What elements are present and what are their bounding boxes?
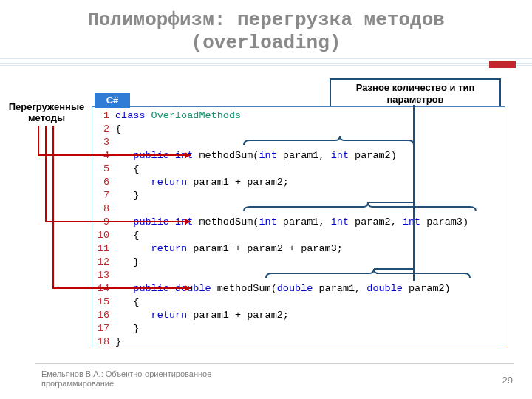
code-line: 10 { — [95, 229, 468, 242]
code-listing: 1class OverloadMethods2{34 public int me… — [95, 109, 468, 349]
code-token: double — [277, 283, 313, 294]
code-line: 14 public double methodSum(double param1… — [95, 282, 468, 296]
footer-line-1: Емельянов В.А.: Объектно-ориентированное — [41, 369, 211, 378]
code-token — [115, 243, 151, 254]
code-token: { — [115, 296, 139, 307]
code-line: 13 — [95, 269, 468, 282]
code-token: double — [366, 283, 403, 294]
code-line: 17 } — [95, 322, 468, 335]
code-token: int — [331, 216, 349, 228]
code-token: return — [151, 243, 188, 254]
line-number: 15 — [95, 296, 115, 309]
code-token: param2) — [349, 150, 397, 161]
line-number: 7 — [95, 189, 115, 202]
code-token: methodSum( — [193, 150, 259, 161]
line-number: 6 — [95, 176, 115, 189]
line-number: 10 — [95, 229, 115, 242]
code-token: { — [115, 123, 121, 134]
line-number: 5 — [95, 163, 115, 176]
code-token: } — [115, 256, 139, 267]
line-number: 1 — [95, 109, 115, 123]
line-number: 4 — [95, 149, 115, 163]
code-token: public int — [133, 150, 193, 161]
decorative-lines — [0, 58, 532, 66]
code-line: 15 { — [95, 296, 468, 309]
code-line: 12 } — [95, 256, 468, 269]
code-token — [115, 177, 151, 188]
code-line: 16 return param1 + param2; — [95, 309, 468, 322]
code-token: } — [115, 190, 139, 201]
code-token: param2) — [403, 283, 451, 294]
code-line: 7 } — [95, 189, 468, 202]
line-number: 2 — [95, 123, 115, 136]
code-token — [115, 216, 133, 228]
decorative-accent-block — [489, 61, 516, 68]
code-line: 4 public int methodSum(int param1, int p… — [95, 149, 468, 163]
code-line: 2{ — [95, 123, 468, 136]
code-token: public double — [133, 283, 211, 294]
code-token: } — [115, 336, 121, 347]
code-token: methodSum( — [211, 283, 277, 294]
code-line: 11 return param1 + param2 + param3; — [95, 242, 468, 256]
line-number: 12 — [95, 256, 115, 269]
code-line: 6 return param1 + param2; — [95, 176, 468, 189]
code-token: int — [403, 216, 420, 228]
callout-box: Разное количество и тип параметров — [330, 78, 501, 109]
line-number: 17 — [95, 322, 115, 335]
footer-divider — [35, 363, 514, 364]
code-token — [115, 283, 133, 294]
code-token — [115, 310, 151, 321]
code-token: int — [259, 150, 276, 161]
code-line: 1class OverloadMethods — [95, 109, 468, 123]
code-token: return — [151, 310, 188, 321]
code-token: class — [115, 110, 151, 121]
code-token: param1, — [313, 283, 366, 294]
code-token: param1 + param2 + param3; — [187, 243, 343, 254]
line-number: 3 — [95, 136, 115, 149]
code-line: 5 { — [95, 163, 468, 176]
code-line: 9 public int methodSum(int param1, int p… — [95, 216, 468, 229]
line-number: 9 — [95, 216, 115, 229]
code-token: param1, — [277, 216, 331, 228]
code-token — [115, 150, 133, 161]
code-language-badge: C# — [95, 93, 130, 108]
code-token: return — [151, 177, 188, 188]
code-token: param1 + param2; — [187, 310, 289, 321]
code-token: methodSum( — [193, 216, 259, 228]
code-line: 8 — [95, 202, 468, 216]
code-token: int — [331, 150, 349, 161]
code-token: param3) — [420, 216, 468, 228]
line-number: 8 — [95, 202, 115, 216]
line-number: 18 — [95, 335, 115, 349]
code-token: int — [259, 216, 276, 228]
footer-line-2: программирование — [41, 379, 114, 388]
title-line-2: (overloading) — [191, 32, 341, 54]
line-number: 11 — [95, 242, 115, 256]
code-token: param1 + param2; — [187, 177, 289, 188]
title-line-1: Полиморфизм: перегрузка методов — [87, 9, 445, 31]
left-annotation-label: Перегруженные методы — [1, 102, 92, 124]
code-token: param2, — [349, 216, 403, 228]
line-number: 14 — [95, 282, 115, 296]
footer-text: Емельянов В.А.: Объектно-ориентированное… — [41, 369, 211, 389]
code-token: { — [115, 230, 139, 241]
code-line: 18} — [95, 335, 468, 349]
slide-title: Полиморфизм: перегрузка методов (overloa… — [0, 0, 532, 59]
line-number: 13 — [95, 269, 115, 282]
code-token: param1, — [277, 150, 331, 161]
code-token: OverloadMethods — [151, 110, 242, 121]
code-line: 3 — [95, 136, 468, 149]
code-token: { — [115, 163, 139, 174]
code-token: public int — [133, 216, 193, 228]
page-number: 29 — [502, 375, 513, 386]
line-number: 16 — [95, 309, 115, 322]
code-token: } — [115, 323, 139, 334]
